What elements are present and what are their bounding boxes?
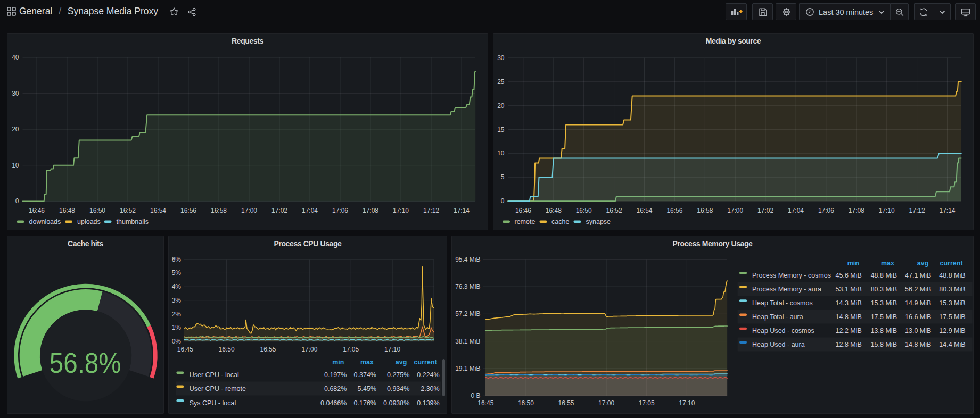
- svg-text:12.8 MiB: 12.8 MiB: [836, 341, 862, 348]
- svg-text:16:46: 16:46: [29, 207, 45, 214]
- svg-text:20: 20: [12, 126, 19, 133]
- svg-text:16:55: 16:55: [260, 346, 276, 353]
- svg-text:min: min: [847, 260, 859, 267]
- svg-text:17:02: 17:02: [757, 207, 773, 214]
- svg-text:min: min: [332, 358, 344, 366]
- svg-text:3%: 3%: [172, 297, 182, 304]
- svg-text:30: 30: [497, 54, 505, 62]
- svg-text:16:52: 16:52: [606, 207, 622, 214]
- svg-text:User CPU - local: User CPU - local: [190, 371, 239, 379]
- svg-text:max: max: [360, 358, 374, 366]
- svg-text:current: current: [940, 260, 963, 267]
- svg-text:0 B: 0 B: [471, 392, 480, 399]
- svg-text:16:56: 16:56: [180, 207, 196, 214]
- svg-text:17:10: 17:10: [679, 399, 695, 407]
- svg-text:Process Memory - aura: Process Memory - aura: [752, 286, 821, 293]
- svg-text:80.3 MiB: 80.3 MiB: [871, 286, 897, 293]
- svg-text:15.3 MiB: 15.3 MiB: [871, 299, 897, 307]
- svg-text:17:05: 17:05: [639, 399, 655, 407]
- svg-text:synapse: synapse: [586, 218, 611, 225]
- svg-text:14.8 MiB: 14.8 MiB: [836, 313, 862, 321]
- svg-text:0.0938%: 0.0938%: [383, 399, 409, 407]
- svg-text:16.6 MiB: 16.6 MiB: [905, 313, 931, 321]
- svg-text:avg: avg: [917, 260, 929, 267]
- svg-text:17:10: 17:10: [879, 207, 895, 214]
- svg-text:Heap Used - cosmos: Heap Used - cosmos: [752, 327, 814, 335]
- svg-text:current: current: [414, 358, 438, 366]
- svg-text:16:52: 16:52: [120, 207, 136, 214]
- svg-text:20: 20: [497, 102, 505, 110]
- svg-text:17:12: 17:12: [909, 207, 925, 214]
- svg-text:0: 0: [501, 197, 505, 205]
- svg-text:47.1 MiB: 47.1 MiB: [905, 272, 931, 279]
- svg-text:downloads: downloads: [29, 218, 61, 225]
- svg-text:16:54: 16:54: [636, 207, 652, 214]
- svg-text:19.1 MiB: 19.1 MiB: [455, 365, 480, 372]
- svg-text:2.30%: 2.30%: [421, 385, 439, 392]
- svg-text:17:14: 17:14: [939, 207, 955, 214]
- svg-text:48.8 MiB: 48.8 MiB: [871, 272, 897, 279]
- svg-text:5: 5: [501, 173, 505, 181]
- svg-text:0.197%: 0.197%: [324, 371, 347, 379]
- svg-text:Heap Total - cosmos: Heap Total - cosmos: [752, 299, 813, 307]
- svg-text:15: 15: [497, 126, 505, 133]
- svg-text:17:00: 17:00: [301, 346, 317, 353]
- svg-text:57.2 MiB: 57.2 MiB: [455, 310, 480, 317]
- svg-text:12.9 MiB: 12.9 MiB: [939, 327, 965, 335]
- svg-text:0.374%: 0.374%: [354, 371, 376, 379]
- svg-text:0.0466%: 0.0466%: [320, 399, 347, 407]
- svg-text:16:48: 16:48: [59, 207, 75, 214]
- svg-text:16:50: 16:50: [219, 346, 235, 353]
- svg-text:17.5 MiB: 17.5 MiB: [939, 313, 965, 321]
- svg-text:0.275%: 0.275%: [387, 371, 409, 379]
- svg-text:45.6 MiB: 45.6 MiB: [836, 272, 862, 279]
- svg-text:uploads: uploads: [77, 218, 101, 225]
- svg-text:5%: 5%: [172, 269, 182, 277]
- svg-text:17:04: 17:04: [788, 207, 804, 214]
- svg-text:17:10: 17:10: [393, 207, 409, 214]
- svg-text:48.8 MiB: 48.8 MiB: [939, 272, 965, 279]
- svg-text:0.682%: 0.682%: [324, 385, 347, 392]
- svg-text:0.224%: 0.224%: [417, 371, 439, 379]
- svg-text:16:46: 16:46: [515, 207, 531, 214]
- svg-text:0: 0: [15, 197, 19, 205]
- svg-text:16:54: 16:54: [150, 207, 166, 214]
- svg-text:16:55: 16:55: [558, 399, 574, 407]
- svg-text:5.45%: 5.45%: [358, 385, 376, 392]
- svg-text:16:45: 16:45: [177, 346, 193, 353]
- svg-text:95.4 MiB: 95.4 MiB: [455, 256, 480, 263]
- svg-text:38.1 MiB: 38.1 MiB: [455, 338, 480, 345]
- svg-text:Sys CPU - local: Sys CPU - local: [190, 399, 236, 407]
- svg-text:53.1 MiB: 53.1 MiB: [836, 286, 862, 293]
- svg-text:17:12: 17:12: [423, 207, 439, 214]
- svg-text:17:00: 17:00: [598, 399, 614, 407]
- svg-text:17.5 MiB: 17.5 MiB: [871, 313, 897, 321]
- svg-text:15.8 MiB: 15.8 MiB: [871, 341, 897, 348]
- svg-text:14.9 MiB: 14.9 MiB: [905, 299, 931, 307]
- svg-text:0.176%: 0.176%: [354, 399, 376, 407]
- svg-text:10: 10: [12, 162, 19, 169]
- svg-text:17:06: 17:06: [818, 207, 834, 214]
- svg-text:cache: cache: [551, 218, 569, 225]
- svg-text:17:05: 17:05: [343, 346, 359, 353]
- svg-text:17:06: 17:06: [332, 207, 348, 214]
- svg-text:4%: 4%: [172, 283, 182, 290]
- svg-text:16:45: 16:45: [477, 399, 493, 407]
- svg-text:14.3 MiB: 14.3 MiB: [836, 299, 862, 307]
- svg-text:remote: remote: [515, 218, 536, 225]
- svg-text:76.3 MiB: 76.3 MiB: [455, 283, 480, 290]
- svg-text:thumbnails: thumbnails: [117, 218, 149, 225]
- svg-text:0.139%: 0.139%: [417, 399, 439, 407]
- svg-text:80.3 MiB: 80.3 MiB: [939, 286, 965, 293]
- svg-text:6%: 6%: [172, 256, 182, 263]
- svg-text:13.0 MiB: 13.0 MiB: [905, 327, 931, 335]
- svg-text:1%: 1%: [172, 324, 182, 331]
- svg-text:User CPU - remote: User CPU - remote: [190, 385, 246, 392]
- svg-text:30: 30: [12, 90, 19, 97]
- svg-text:Heap Used - aura: Heap Used - aura: [752, 341, 805, 348]
- svg-text:25: 25: [497, 78, 505, 86]
- svg-text:10: 10: [497, 149, 505, 157]
- svg-text:17:00: 17:00: [241, 207, 257, 214]
- svg-text:17:08: 17:08: [363, 207, 378, 214]
- svg-text:17:04: 17:04: [302, 207, 318, 214]
